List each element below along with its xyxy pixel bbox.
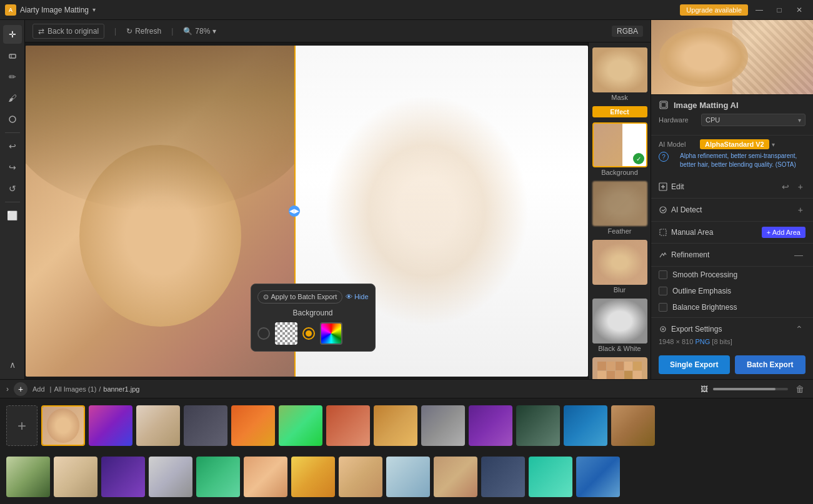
background-popup: ⊙ Apply to Batch Export 👁 Hide Backgroun…: [251, 284, 376, 352]
export-settings-expand-button[interactable]: ⌃: [793, 323, 806, 335]
film-thumb-5[interactable]: [231, 405, 275, 446]
refresh-button[interactable]: ↻ Refresh: [126, 27, 161, 36]
feather-thumb-label: Feather: [592, 227, 647, 235]
film-thumb-14[interactable]: [6, 457, 50, 497]
export-dimensions: 1948 × 810: [659, 338, 693, 345]
background-thumb-item[interactable]: ✓ Background: [592, 122, 647, 179]
edit-undo-button[interactable]: ↩: [779, 180, 792, 193]
blur-thumb-item[interactable]: Blur: [592, 240, 647, 296]
refinement-collapse-button[interactable]: —: [792, 249, 806, 261]
tool-divider: [5, 132, 20, 133]
add-label: Add: [32, 385, 45, 393]
film-thumb-1[interactable]: [41, 405, 85, 446]
image-matting-icon: [659, 100, 669, 110]
film-thumb-18[interactable]: [196, 457, 240, 497]
add-area-button[interactable]: + Add Area: [762, 227, 806, 238]
help-icon[interactable]: ?: [659, 152, 669, 162]
select-tool-button[interactable]: ⬜: [3, 206, 22, 225]
film-thumb-25[interactable]: [529, 457, 572, 497]
filmstrip-scroll-1: +: [0, 398, 813, 453]
feather-thumb-item[interactable]: Feather: [592, 181, 647, 237]
filmstrip-delete-button[interactable]: 🗑: [793, 383, 807, 395]
balance-brightness-row: Balance Brightness: [651, 299, 813, 315]
film-thumb-17[interactable]: [149, 457, 192, 497]
upgrade-button[interactable]: Upgrade available: [680, 4, 748, 16]
color-mode-label[interactable]: RGBA: [612, 26, 643, 37]
balance-brightness-label: Balance Brightness: [672, 303, 737, 312]
move-tool-button[interactable]: ✛: [3, 25, 22, 44]
back-icon: ⇄: [38, 27, 44, 36]
ai-model-select[interactable]: AlphaStandard V2 ▾: [700, 139, 806, 149]
bw-thumb-item[interactable]: Black & White: [592, 299, 647, 355]
eraser-tool-button[interactable]: [3, 46, 22, 65]
mask-thumb-item[interactable]: Mask: [592, 47, 647, 104]
hide-button[interactable]: 👁 Hide: [346, 293, 369, 300]
add-image-button[interactable]: +: [14, 382, 27, 396]
film-thumb-20[interactable]: [291, 457, 335, 497]
app-title-arrow[interactable]: ▾: [92, 6, 96, 13]
eye-icon: 👁: [346, 293, 352, 300]
film-thumb-21[interactable]: [339, 457, 382, 497]
brush-tool-button[interactable]: ✏: [3, 67, 22, 86]
paint-tool-button[interactable]: 🖌: [3, 89, 22, 107]
close-button[interactable]: ✕: [791, 3, 808, 17]
back-to-original-button[interactable]: ⇄ Back to original: [32, 24, 104, 39]
hardware-select[interactable]: CPU ▾: [701, 114, 806, 126]
zoom-out-icon[interactable]: 🔍: [183, 27, 192, 36]
maximize-button[interactable]: □: [771, 3, 788, 17]
zoom-control[interactable]: 🔍 78% ▾: [183, 27, 216, 36]
minimize-button[interactable]: —: [751, 3, 768, 17]
titlebar-right: Upgrade available — □ ✕: [680, 3, 808, 17]
pixelation-thumb-item[interactable]: Pixelation: [592, 357, 647, 379]
bg-selected-radio[interactable]: [302, 327, 315, 340]
ai-detect-icon: [659, 205, 667, 214]
redo-button[interactable]: ↪: [3, 158, 22, 177]
all-images-label[interactable]: All Images (1): [54, 385, 96, 393]
lasso-tool-button[interactable]: [3, 110, 22, 129]
filmstrip-add-button[interactable]: +: [6, 405, 37, 446]
film-thumb-7[interactable]: [326, 405, 370, 446]
film-thumb-2[interactable]: [89, 405, 132, 446]
film-thumb-23[interactable]: [434, 457, 477, 497]
batch-export-button[interactable]: Batch Export: [735, 355, 806, 374]
single-export-button[interactable]: Single Export: [659, 355, 730, 374]
background-selected-checkmark: ✓: [633, 153, 644, 164]
balance-brightness-checkbox[interactable]: [659, 303, 667, 312]
split-handle[interactable]: ◀▶: [289, 205, 300, 217]
ai-detect-add-button[interactable]: +: [796, 204, 806, 216]
film-thumb-8[interactable]: [374, 405, 417, 446]
film-thumb-24[interactable]: [481, 457, 525, 497]
film-thumb-11[interactable]: [516, 405, 560, 446]
image-icon: 🖼: [701, 385, 708, 393]
filmstrip-chevron[interactable]: ›: [6, 385, 9, 393]
film-thumb-19[interactable]: [244, 457, 287, 497]
collapse-toolbar-button[interactable]: ∧: [3, 355, 22, 374]
film-thumb-15[interactable]: [54, 457, 97, 497]
zoom-chevron[interactable]: ▾: [212, 27, 216, 36]
bg-color-button[interactable]: Change background color: [320, 322, 342, 345]
bottom-filmstrip: › + Add | All Images (1) / banner1.jpg 🖼…: [0, 379, 813, 504]
filmstrip-slider-thumb: [713, 388, 776, 390]
film-thumb-6[interactable]: [279, 405, 322, 446]
film-thumb-4[interactable]: [184, 405, 227, 446]
smooth-processing-checkbox[interactable]: [659, 270, 667, 279]
bg-none-radio[interactable]: [257, 327, 270, 340]
outline-emphasis-checkbox[interactable]: [659, 287, 667, 295]
film-thumb-13[interactable]: [611, 405, 655, 446]
export-info: 1948 × 810 PNG [8 bits]: [659, 338, 806, 345]
film-thumb-9[interactable]: [421, 405, 465, 446]
zoom-value: 78%: [195, 27, 210, 36]
film-thumb-22[interactable]: [386, 457, 430, 497]
film-thumb-12[interactable]: [564, 405, 607, 446]
edit-add-button[interactable]: +: [796, 180, 806, 193]
canvas-wrapper[interactable]: ◀▶ ⊙ Apply to Batch Export 👁 Hide: [25, 42, 588, 379]
film-thumb-16[interactable]: [101, 457, 145, 497]
film-thumb-3[interactable]: [136, 405, 180, 446]
film-thumb-26[interactable]: [576, 457, 620, 497]
undo-button[interactable]: ↩: [3, 137, 22, 156]
bg-checker-radio[interactable]: [275, 322, 297, 345]
reset-button[interactable]: ↺: [3, 179, 22, 198]
filmstrip-zoom-slider[interactable]: [713, 388, 788, 390]
film-thumb-10[interactable]: [469, 405, 512, 446]
apply-to-batch-button[interactable]: ⊙ Apply to Batch Export: [257, 290, 343, 304]
